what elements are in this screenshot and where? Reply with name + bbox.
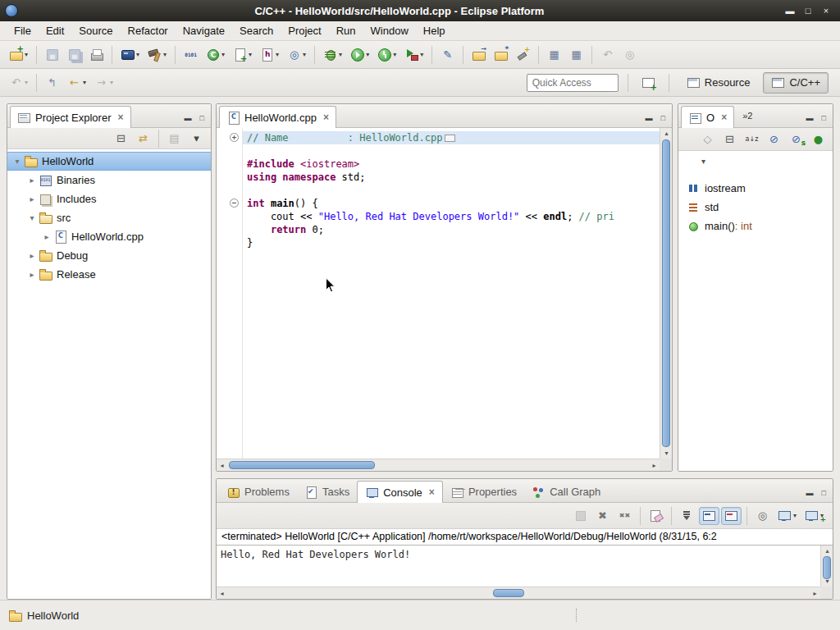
code-line[interactable]: // Name : HelloWorld.cpp: [243, 131, 660, 144]
code-line[interactable]: using namespace std;: [243, 171, 660, 184]
profile-button[interactable]: ▾: [374, 44, 399, 65]
tree-item-binaries[interactable]: ▸Binaries: [7, 171, 211, 189]
dropdown-arrow-icon[interactable]: ▾: [276, 51, 279, 58]
console-vertical-scrollbar[interactable]: ▴ ▾: [820, 546, 833, 587]
minimize-panel-icon[interactable]: ▬: [646, 114, 653, 122]
titlebar[interactable]: C/C++ - HelloWorld/src/HelloWorld.cpp - …: [0, 0, 840, 21]
dropdown-arrow-icon[interactable]: ▾: [339, 51, 342, 58]
view-menu-icon[interactable]: ▾: [701, 158, 705, 166]
open-resource-button[interactable]: [491, 44, 511, 65]
console-output[interactable]: Hello, Red Hat Developers World!: [217, 546, 820, 587]
dropdown-arrow-icon[interactable]: ▾: [420, 51, 423, 58]
tab-outline[interactable]: O ×: [681, 106, 734, 128]
tab-project-explorer[interactable]: Project Explorer ×: [10, 106, 131, 128]
dropdown-arrow-icon[interactable]: ▾: [136, 51, 139, 58]
code-line[interactable]: cout << "Hello, Red Hat Developers World…: [243, 210, 660, 223]
run-button[interactable]: ▾: [347, 44, 372, 65]
expand-arrow-icon[interactable]: ▸: [25, 270, 39, 279]
next-annotation-button[interactable]: ▦: [544, 44, 564, 65]
open-console-button[interactable]: ▾: [117, 44, 143, 65]
outline-item-main[interactable]: main() : int: [678, 217, 833, 235]
tree-item-includes[interactable]: ▸Includes: [7, 189, 211, 208]
tab-helloworld-cpp[interactable]: HelloWorld.cpp ×: [219, 106, 336, 128]
fold-expanded-icon[interactable]: −: [230, 199, 239, 208]
scrollbar-thumb[interactable]: [493, 589, 524, 597]
code-editor[interactable]: +− // Name : HelloWorld.cpp#include <ios…: [217, 128, 660, 459]
hide-non-public-button[interactable]: ●: [808, 130, 829, 148]
close-icon[interactable]: ×: [117, 112, 123, 122]
focus-button[interactable]: ◇: [697, 130, 718, 148]
minimize-panel-icon[interactable]: ▬: [185, 114, 192, 122]
back-button[interactable]: ←▾: [64, 72, 89, 93]
build-all-button[interactable]: [180, 44, 201, 65]
print-button[interactable]: [86, 44, 107, 65]
new-header-file-button[interactable]: ▾: [257, 44, 282, 65]
show-on-stdout-button[interactable]: [699, 507, 719, 525]
debug-button[interactable]: ▾: [320, 44, 345, 65]
tab-problems[interactable]: Problems: [219, 481, 297, 502]
menu-refactor[interactable]: Refactor: [121, 22, 176, 39]
code-line[interactable]: int main() {: [243, 197, 660, 210]
menu-search[interactable]: Search: [232, 22, 281, 39]
collapse-all-button[interactable]: ⊟: [719, 130, 740, 148]
open-console-button[interactable]: +▾: [801, 507, 827, 525]
quick-access-input[interactable]: [527, 74, 619, 92]
clear-console-button[interactable]: [646, 507, 666, 525]
remove-all-launches-button[interactable]: ✖✖: [614, 507, 635, 525]
dropdown-arrow-icon[interactable]: ▾: [83, 79, 86, 86]
code-line[interactable]: [243, 144, 660, 158]
menu-help[interactable]: Help: [416, 22, 453, 39]
pin-console-button[interactable]: ◎: [752, 507, 773, 525]
menu-file[interactable]: File: [7, 22, 39, 39]
tab-call-graph[interactable]: Call Graph: [524, 481, 608, 502]
hide-fields-button[interactable]: ⊘: [764, 130, 784, 148]
tab-console[interactable]: Console×: [357, 481, 443, 503]
new-button[interactable]: ▾: [6, 44, 31, 65]
link-with-editor-button[interactable]: ⇄: [133, 130, 153, 148]
display-selected-console-button[interactable]: ▾: [774, 507, 800, 525]
scroll-lock-button[interactable]: [677, 507, 697, 525]
window-minimize-icon[interactable]: ▬: [781, 0, 799, 21]
expand-arrow-icon[interactable]: ▸: [25, 176, 39, 185]
dropdown-arrow-icon[interactable]: ▾: [393, 51, 396, 58]
view-stack-indicator[interactable]: »2: [742, 111, 752, 127]
maximize-panel-icon[interactable]: □: [200, 114, 204, 122]
tab-tasks[interactable]: Tasks: [297, 481, 357, 502]
go-into-top-level-button[interactable]: ↰: [42, 72, 62, 93]
open-element-button[interactable]: [468, 44, 489, 65]
code-line[interactable]: }: [243, 236, 660, 249]
code-area[interactable]: // Name : HelloWorld.cpp#include <iostre…: [243, 128, 660, 459]
view-menu-button[interactable]: ▾: [186, 130, 207, 148]
folded-region-indicator[interactable]: [445, 135, 455, 142]
editor-horizontal-scrollbar[interactable]: ◂ ▸: [217, 459, 660, 471]
scroll-down-icon[interactable]: ▾: [821, 576, 833, 587]
window-maximize-icon[interactable]: □: [799, 0, 817, 21]
collapse-all-button[interactable]: ⊟: [111, 130, 131, 148]
scroll-left-icon[interactable]: ◂: [217, 459, 227, 472]
tree-item-helloworld[interactable]: ▾HelloWorld: [7, 152, 211, 171]
expand-arrow-icon[interactable]: ▸: [25, 194, 39, 203]
tree-item-release[interactable]: ▸Release: [7, 265, 211, 284]
minimize-panel-icon[interactable]: ▬: [806, 114, 814, 122]
menu-project[interactable]: Project: [281, 22, 328, 39]
perspective-cpp-button[interactable]: C/C++: [763, 72, 829, 94]
dropdown-arrow-icon[interactable]: ▾: [249, 51, 252, 58]
build-button[interactable]: ▾: [144, 44, 170, 65]
new-cpp-class-button[interactable]: ▾: [203, 44, 228, 65]
scroll-up-icon[interactable]: ▴: [821, 546, 833, 556]
external-tools-button[interactable]: ▾: [401, 44, 427, 65]
menu-edit[interactable]: Edit: [39, 22, 71, 39]
tree-item-helloworld-cpp[interactable]: ▸HelloWorld.cpp: [7, 227, 211, 246]
tree-item-src[interactable]: ▾src: [7, 208, 211, 227]
dropdown-arrow-icon[interactable]: ▾: [25, 79, 28, 86]
statusbar-drag-handle[interactable]: [576, 609, 577, 622]
tab-properties[interactable]: Properties: [443, 481, 524, 502]
hide-static-button[interactable]: ⊘s: [786, 130, 806, 148]
window-menu-icon[interactable]: [5, 4, 18, 17]
menu-source[interactable]: Source: [71, 22, 120, 39]
code-line[interactable]: [243, 184, 660, 197]
remove-launch-button[interactable]: ✖: [592, 507, 613, 525]
outline-item-iostream[interactable]: iostream: [678, 179, 833, 198]
maximize-panel-icon[interactable]: □: [822, 489, 826, 497]
scroll-right-icon[interactable]: ▸: [810, 587, 820, 600]
